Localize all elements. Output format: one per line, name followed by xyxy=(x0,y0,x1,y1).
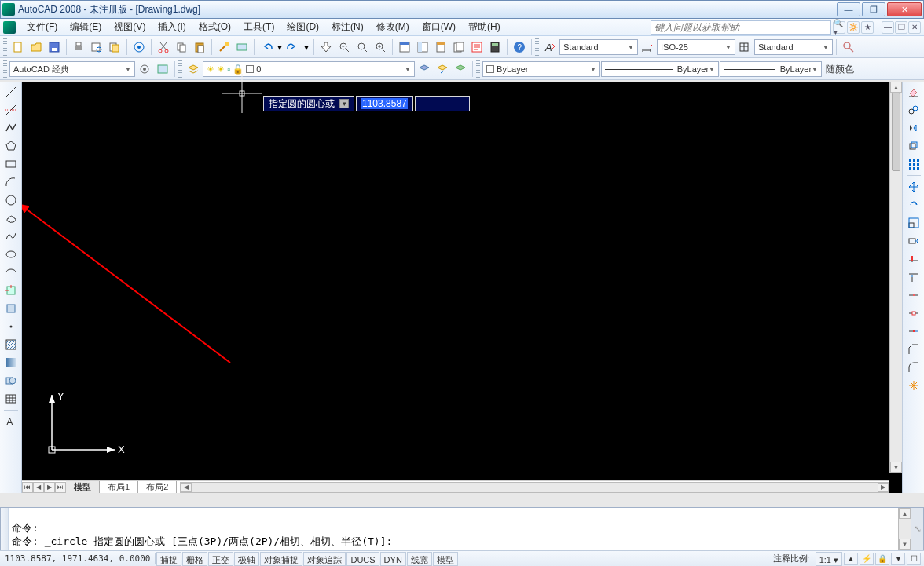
arc-icon[interactable] xyxy=(2,173,20,191)
menu-绘图[interactable]: 绘图(D) xyxy=(280,19,325,35)
command-grip[interactable] xyxy=(1,508,9,550)
layer-states-icon[interactable] xyxy=(416,60,433,78)
menu-插入[interactable]: 插入(I) xyxy=(152,19,192,35)
horizontal-scrollbar[interactable]: ◀ ▶ xyxy=(180,482,889,493)
doc-minimize-button[interactable]: — xyxy=(882,21,894,34)
tab-model[interactable]: 模型 xyxy=(66,481,100,493)
table-style-icon[interactable] xyxy=(736,38,754,56)
break-icon[interactable] xyxy=(905,305,922,322)
command-body[interactable]: 命令: 命令: _circle 指定圆的圆心或 [三点(3P)/两点(2P)/相… xyxy=(9,508,898,550)
new-icon[interactable] xyxy=(9,38,27,56)
doc-close-button[interactable]: ✕ xyxy=(908,21,921,34)
menu-文件[interactable]: 文件(F) xyxy=(20,19,64,35)
block-editor-icon[interactable] xyxy=(233,38,251,56)
workspace-combo[interactable]: AutoCAD 经典▼ xyxy=(9,61,135,77)
copy-icon[interactable] xyxy=(905,101,922,119)
menu-编辑[interactable]: 编辑(E) xyxy=(64,19,108,35)
construction-line-icon[interactable] xyxy=(2,101,20,119)
offset-icon[interactable] xyxy=(905,137,922,155)
erase-icon[interactable] xyxy=(905,83,922,100)
workspace-settings-icon[interactable] xyxy=(136,60,153,78)
markup-icon[interactable] xyxy=(468,38,486,56)
layer-previous-icon[interactable] xyxy=(434,60,451,78)
command-line[interactable]: 命令: 命令: _circle 指定圆的圆心或 [三点(3P)/两点(2P)/相… xyxy=(0,507,924,550)
toolbar-grip[interactable] xyxy=(3,38,7,56)
dynamic-input-x[interactable]: 1103.8587 xyxy=(356,96,413,111)
scale-icon[interactable] xyxy=(905,214,922,232)
text-style-combo[interactable]: Standard▼ xyxy=(559,39,638,55)
close-button[interactable]: ✕ xyxy=(887,2,922,16)
mtext-icon[interactable]: A xyxy=(2,413,20,430)
ellipse-icon[interactable] xyxy=(2,246,20,263)
layer-manager-icon[interactable] xyxy=(185,60,202,78)
command-resize-icon[interactable]: ⤡ xyxy=(911,508,923,550)
polygon-icon[interactable] xyxy=(2,137,20,155)
menu-格式[interactable]: 格式(O) xyxy=(192,19,237,35)
table-icon[interactable] xyxy=(2,390,20,407)
make-block-icon[interactable] xyxy=(2,300,20,317)
3ddwf-icon[interactable] xyxy=(130,38,148,56)
plot-preview-icon[interactable] xyxy=(88,38,105,56)
color-combo[interactable]: ByLayer▼ xyxy=(482,61,600,77)
chamfer-icon[interactable] xyxy=(905,341,922,358)
dim-style-combo[interactable]: ISO-25▼ xyxy=(657,39,735,55)
hatch-icon[interactable] xyxy=(2,336,20,353)
undo-dropdown-icon[interactable]: ▾ xyxy=(276,38,284,56)
match-prop-icon[interactable] xyxy=(215,38,233,56)
text-style-icon[interactable]: A xyxy=(541,38,559,56)
status-toggle-正交[interactable]: 正交 xyxy=(208,552,233,566)
menu-标注[interactable]: 标注(N) xyxy=(325,19,370,35)
toolbar-grip[interactable] xyxy=(476,60,480,78)
status-toggle-对象捕捉[interactable]: 对象捕捉 xyxy=(260,552,302,566)
join-icon[interactable] xyxy=(905,323,922,340)
scroll-right-icon[interactable]: ▶ xyxy=(878,483,889,492)
toolbar-grip[interactable] xyxy=(178,60,182,78)
anno-scale-combo[interactable]: 1:1 ▾ xyxy=(816,552,842,566)
zoom-rt-icon[interactable]: + xyxy=(336,38,353,56)
status-toggle-模型[interactable]: 模型 xyxy=(433,552,458,566)
tab-first-icon[interactable]: ⏮ xyxy=(22,482,33,493)
break-at-point-icon[interactable] xyxy=(905,287,922,304)
help-icon[interactable]: ? xyxy=(511,38,528,56)
paste-icon[interactable] xyxy=(191,38,208,56)
array-icon[interactable] xyxy=(905,155,922,173)
layer-match-icon[interactable] xyxy=(452,60,469,78)
spline-icon[interactable] xyxy=(2,228,20,245)
lineweight-combo[interactable]: ByLayer▼ xyxy=(720,61,822,77)
mirror-icon[interactable] xyxy=(905,119,922,137)
search-help-icon[interactable]: 🔍▾ xyxy=(833,21,845,34)
zoom-window-icon[interactable] xyxy=(354,38,371,56)
explode-icon[interactable] xyxy=(905,377,922,394)
quickcalc-icon[interactable] xyxy=(486,38,504,56)
extend-icon[interactable] xyxy=(905,268,922,286)
insert-block-icon[interactable] xyxy=(2,282,20,299)
doc-restore-button[interactable]: ❐ xyxy=(895,21,908,34)
gradient-icon[interactable] xyxy=(2,354,20,371)
menu-修改[interactable]: 修改(M) xyxy=(370,19,416,35)
rotate-icon[interactable] xyxy=(905,196,922,214)
pan-icon[interactable] xyxy=(317,38,335,56)
tab-last-icon[interactable]: ⏭ xyxy=(55,482,66,493)
status-toggle-极轴[interactable]: 极轴 xyxy=(234,552,259,566)
redo-dropdown-icon[interactable]: ▾ xyxy=(302,38,310,56)
scroll-left-icon[interactable]: ◀ xyxy=(181,483,192,492)
status-toggle-捕捉[interactable]: 捕捉 xyxy=(156,552,182,566)
minimize-button[interactable]: — xyxy=(837,2,860,16)
status-tray-icon[interactable]: ▾ xyxy=(891,553,905,565)
command-scrollbar[interactable]: ▲ ▼ xyxy=(898,508,911,550)
rectangle-icon[interactable] xyxy=(2,155,20,173)
dynamic-input-y[interactable] xyxy=(415,96,470,111)
tab-next-icon[interactable]: ▶ xyxy=(44,482,55,493)
scroll-up-icon[interactable]: ▲ xyxy=(899,508,911,519)
trim-icon[interactable] xyxy=(905,250,922,268)
properties-icon[interactable] xyxy=(396,38,413,56)
stretch-icon[interactable] xyxy=(905,232,922,250)
status-toggle-DUCS[interactable]: DUCS xyxy=(346,552,379,566)
ellipse-arc-icon[interactable] xyxy=(2,264,20,281)
help-search-input[interactable] xyxy=(651,20,831,35)
open-icon[interactable] xyxy=(28,38,45,56)
circle-icon[interactable] xyxy=(2,192,20,209)
revcloud-icon[interactable] xyxy=(2,210,20,227)
status-toggle-线宽[interactable]: 线宽 xyxy=(407,552,432,566)
menu-帮助[interactable]: 帮助(H) xyxy=(462,19,507,35)
